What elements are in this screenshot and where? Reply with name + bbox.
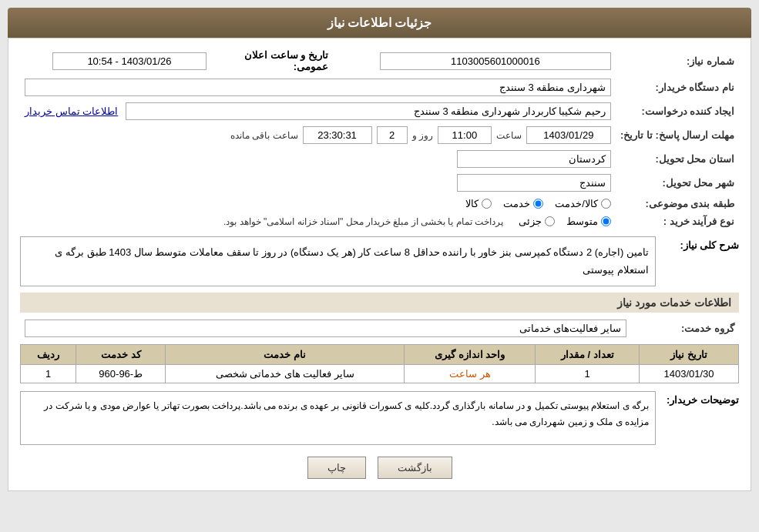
cell-tedad: 1	[536, 364, 640, 383]
taslim-note: پرداخت تمام یا بخشی از مبلغ خریدار محل "…	[223, 216, 503, 227]
radio-kala-khadamat-input[interactable]	[601, 199, 611, 209]
col-tarikh: تاریخ نیاز	[640, 344, 739, 364]
radio-mootaset-label: متوسط	[566, 216, 598, 227]
button-row: بازگشت چاپ	[20, 457, 739, 479]
radio-jozii-input[interactable]	[545, 216, 555, 226]
shomare-niaz-label: شماره نیاز:	[616, 46, 739, 75]
tarikh-value: 1403/01/26 - 10:54	[52, 52, 207, 70]
khadamat-section-header: اطلاعات خدمات مورد نیاز	[20, 293, 739, 313]
page-title: جزئیات اطلاعات نیاز	[327, 16, 432, 29]
col-radif: ردیف	[21, 344, 76, 364]
sharh-koli-label: شرح کلی نیاز:	[662, 236, 739, 251]
cell-nam: سایر فعالیت های خدماتی شخصی	[166, 364, 405, 383]
mohlat-saat: 11:00	[438, 126, 492, 144]
radio-mootaset-input[interactable]	[601, 216, 611, 226]
radio-kala-label: کالا	[465, 198, 479, 209]
radio-kala-input[interactable]	[482, 199, 492, 209]
cell-kod: ط-96-960	[76, 364, 166, 383]
radio-jozii-label: جزئی	[519, 216, 542, 227]
col-tedad: تعداد / مقدار	[536, 344, 640, 364]
tarikh-label: تاریخ و ساعت اعلان عمومی:	[244, 49, 328, 72]
radio-mootaset[interactable]: متوسط	[566, 216, 611, 227]
print-button[interactable]: چاپ	[307, 457, 366, 479]
nam-dastgah-label: نام دستگاه خریدار:	[616, 75, 739, 99]
cell-vahed: هر ساعت	[405, 364, 536, 383]
noe-farayand-label: نوع فرآیند خرید :	[616, 212, 739, 230]
tamas-khardar-link[interactable]: اطلاعات تماس خریدار	[25, 105, 118, 117]
mande-label: ساعت باقی مانده	[230, 130, 298, 141]
tavzihat-label: توضیحات خریدار:	[662, 391, 739, 406]
back-button[interactable]: بازگشت	[378, 457, 452, 479]
shahr-label: شهر محل تحویل:	[616, 171, 739, 195]
rooz-label: روز و	[412, 130, 433, 141]
ostan-label: استان محل تحویل:	[616, 147, 739, 171]
radio-kala[interactable]: کالا	[465, 198, 492, 209]
col-nam: نام خدمت	[166, 344, 405, 364]
radio-kala-khadamat-label: کالا/خدمت	[555, 198, 598, 209]
cell-radif: 1	[21, 364, 76, 383]
ijad-konande-label: ایجاد کننده درخواست:	[616, 99, 739, 123]
tavzihat-value: برگه ی استعلام پیوستی تکمیل و در سامانه …	[20, 391, 656, 445]
ijad-konande-value: رحیم شکیبا کاربردار شهرداری منطقه 3 سنند…	[126, 102, 611, 120]
col-kod: کد خدمت	[76, 344, 166, 364]
garoh-khadamat-label: گروه خدمت:	[631, 316, 739, 340]
cell-tarikh: 1403/01/30	[640, 364, 739, 383]
sharh-koli-value: تامین (اجاره) 2 دستگاه کمپرسی بنز خاور ب…	[20, 236, 656, 286]
shahr-value: سنندج	[457, 174, 611, 192]
col-vahed: واحد اندازه گیری	[405, 344, 536, 364]
radio-khadamat-input[interactable]	[533, 199, 543, 209]
nam-dastgah-value: شهرداری منطقه 3 سنندج	[25, 79, 611, 96]
radio-khadamat[interactable]: خدمت	[503, 198, 543, 209]
garoh-khadamat-value: سایر فعالیت‌های خدماتی	[25, 320, 626, 337]
mohlat-date: 1403/01/29	[526, 126, 611, 144]
shomare-niaz-value: 1103005601000016	[380, 52, 611, 70]
tabaqe-label: طبقه بندی موضوعی:	[616, 195, 739, 212]
radio-jozii[interactable]: جزئی	[519, 216, 555, 227]
radio-kala-khadamat[interactable]: کالا/خدمت	[555, 198, 611, 209]
saat-label: ساعت	[496, 130, 522, 141]
radio-khadamat-label: خدمت	[503, 198, 530, 209]
ostan-value: کردستان	[457, 150, 611, 168]
mohlat-rooz: 2	[377, 126, 408, 144]
mohlat-mande: 23:30:31	[303, 126, 372, 144]
mohlat-label: مهلت ارسال پاسخ: تا تاریخ:	[616, 123, 739, 147]
page-header: جزئیات اطلاعات نیاز	[8, 8, 751, 38]
table-row: 1403/01/30 1 هر ساعت سایر فعالیت های خدم…	[21, 364, 739, 383]
